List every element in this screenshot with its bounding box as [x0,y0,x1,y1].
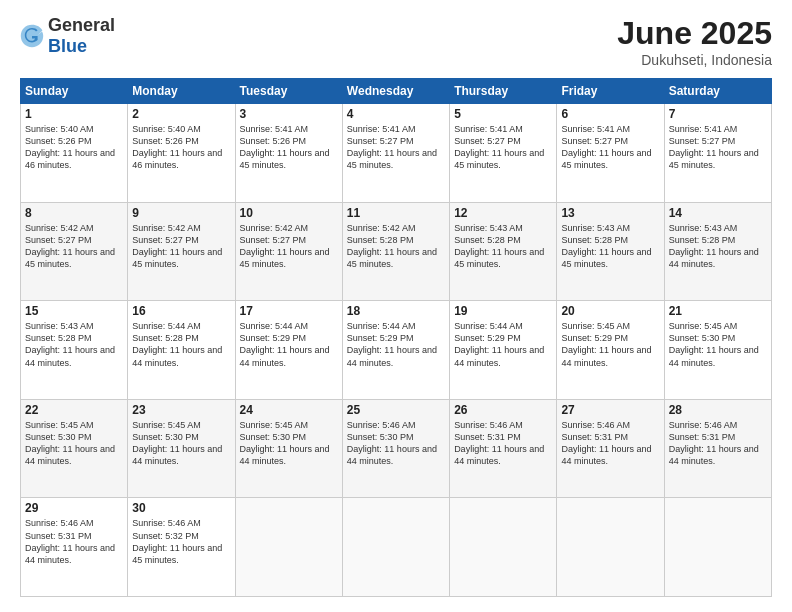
calendar-header-row: Sunday Monday Tuesday Wednesday Thursday… [21,79,772,104]
day-number: 17 [240,304,338,318]
title-section: June 2025 Dukuhseti, Indonesia [617,15,772,68]
calendar-week-row: 22Sunrise: 5:45 AMSunset: 5:30 PMDayligh… [21,399,772,498]
day-number: 4 [347,107,445,121]
cell-content: Sunrise: 5:42 AMSunset: 5:27 PMDaylight:… [240,222,338,271]
day-number: 23 [132,403,230,417]
cell-content: Sunrise: 5:46 AMSunset: 5:31 PMDaylight:… [454,419,552,468]
day-number: 7 [669,107,767,121]
table-row: 16Sunrise: 5:44 AMSunset: 5:28 PMDayligh… [128,301,235,400]
table-row: 11Sunrise: 5:42 AMSunset: 5:28 PMDayligh… [342,202,449,301]
table-row: 10Sunrise: 5:42 AMSunset: 5:27 PMDayligh… [235,202,342,301]
header-monday: Monday [128,79,235,104]
table-row: 25Sunrise: 5:46 AMSunset: 5:30 PMDayligh… [342,399,449,498]
header-sunday: Sunday [21,79,128,104]
day-number: 3 [240,107,338,121]
table-row: 24Sunrise: 5:45 AMSunset: 5:30 PMDayligh… [235,399,342,498]
table-row: 28Sunrise: 5:46 AMSunset: 5:31 PMDayligh… [664,399,771,498]
table-row: 20Sunrise: 5:45 AMSunset: 5:29 PMDayligh… [557,301,664,400]
cell-content: Sunrise: 5:40 AMSunset: 5:26 PMDaylight:… [25,123,123,172]
day-number: 5 [454,107,552,121]
cell-content: Sunrise: 5:43 AMSunset: 5:28 PMDaylight:… [561,222,659,271]
day-number: 29 [25,501,123,515]
header-thursday: Thursday [450,79,557,104]
table-row: 22Sunrise: 5:45 AMSunset: 5:30 PMDayligh… [21,399,128,498]
cell-content: Sunrise: 5:41 AMSunset: 5:27 PMDaylight:… [347,123,445,172]
table-row: 1Sunrise: 5:40 AMSunset: 5:26 PMDaylight… [21,104,128,203]
day-number: 6 [561,107,659,121]
calendar-week-row: 15Sunrise: 5:43 AMSunset: 5:28 PMDayligh… [21,301,772,400]
cell-content: Sunrise: 5:44 AMSunset: 5:28 PMDaylight:… [132,320,230,369]
cell-content: Sunrise: 5:46 AMSunset: 5:30 PMDaylight:… [347,419,445,468]
cell-content: Sunrise: 5:41 AMSunset: 5:26 PMDaylight:… [240,123,338,172]
table-row: 5Sunrise: 5:41 AMSunset: 5:27 PMDaylight… [450,104,557,203]
table-row: 8Sunrise: 5:42 AMSunset: 5:27 PMDaylight… [21,202,128,301]
cell-content: Sunrise: 5:43 AMSunset: 5:28 PMDaylight:… [669,222,767,271]
cell-content: Sunrise: 5:43 AMSunset: 5:28 PMDaylight:… [454,222,552,271]
cell-content: Sunrise: 5:46 AMSunset: 5:31 PMDaylight:… [669,419,767,468]
day-number: 24 [240,403,338,417]
cell-content: Sunrise: 5:44 AMSunset: 5:29 PMDaylight:… [240,320,338,369]
cell-content: Sunrise: 5:41 AMSunset: 5:27 PMDaylight:… [454,123,552,172]
day-number: 2 [132,107,230,121]
table-row: 13Sunrise: 5:43 AMSunset: 5:28 PMDayligh… [557,202,664,301]
table-row: 3Sunrise: 5:41 AMSunset: 5:26 PMDaylight… [235,104,342,203]
header-saturday: Saturday [664,79,771,104]
calendar-week-row: 29Sunrise: 5:46 AMSunset: 5:31 PMDayligh… [21,498,772,597]
table-row: 4Sunrise: 5:41 AMSunset: 5:27 PMDaylight… [342,104,449,203]
cell-content: Sunrise: 5:45 AMSunset: 5:29 PMDaylight:… [561,320,659,369]
calendar-week-row: 8Sunrise: 5:42 AMSunset: 5:27 PMDaylight… [21,202,772,301]
logo: General Blue [20,15,115,57]
table-row: 2Sunrise: 5:40 AMSunset: 5:26 PMDaylight… [128,104,235,203]
day-number: 16 [132,304,230,318]
header-friday: Friday [557,79,664,104]
day-number: 20 [561,304,659,318]
cell-content: Sunrise: 5:45 AMSunset: 5:30 PMDaylight:… [132,419,230,468]
table-row: 12Sunrise: 5:43 AMSunset: 5:28 PMDayligh… [450,202,557,301]
day-number: 13 [561,206,659,220]
table-row: 30Sunrise: 5:46 AMSunset: 5:32 PMDayligh… [128,498,235,597]
day-number: 19 [454,304,552,318]
day-number: 27 [561,403,659,417]
logo-icon [20,24,44,48]
day-number: 8 [25,206,123,220]
day-number: 26 [454,403,552,417]
table-row: 17Sunrise: 5:44 AMSunset: 5:29 PMDayligh… [235,301,342,400]
day-number: 9 [132,206,230,220]
cell-content: Sunrise: 5:45 AMSunset: 5:30 PMDaylight:… [25,419,123,468]
table-row: 7Sunrise: 5:41 AMSunset: 5:27 PMDaylight… [664,104,771,203]
table-row: 29Sunrise: 5:46 AMSunset: 5:31 PMDayligh… [21,498,128,597]
table-row: 27Sunrise: 5:46 AMSunset: 5:31 PMDayligh… [557,399,664,498]
table-row: 26Sunrise: 5:46 AMSunset: 5:31 PMDayligh… [450,399,557,498]
table-row: 18Sunrise: 5:44 AMSunset: 5:29 PMDayligh… [342,301,449,400]
logo-text: General Blue [48,15,115,57]
table-row: 14Sunrise: 5:43 AMSunset: 5:28 PMDayligh… [664,202,771,301]
cell-content: Sunrise: 5:42 AMSunset: 5:27 PMDaylight:… [25,222,123,271]
cell-content: Sunrise: 5:44 AMSunset: 5:29 PMDaylight:… [454,320,552,369]
day-number: 1 [25,107,123,121]
table-row [450,498,557,597]
day-number: 21 [669,304,767,318]
main-title: June 2025 [617,15,772,52]
header-wednesday: Wednesday [342,79,449,104]
table-row [235,498,342,597]
cell-content: Sunrise: 5:46 AMSunset: 5:31 PMDaylight:… [25,517,123,566]
day-number: 30 [132,501,230,515]
day-number: 10 [240,206,338,220]
day-number: 25 [347,403,445,417]
cell-content: Sunrise: 5:40 AMSunset: 5:26 PMDaylight:… [132,123,230,172]
cell-content: Sunrise: 5:44 AMSunset: 5:29 PMDaylight:… [347,320,445,369]
cell-content: Sunrise: 5:41 AMSunset: 5:27 PMDaylight:… [669,123,767,172]
table-row [664,498,771,597]
cell-content: Sunrise: 5:45 AMSunset: 5:30 PMDaylight:… [240,419,338,468]
table-row: 21Sunrise: 5:45 AMSunset: 5:30 PMDayligh… [664,301,771,400]
table-row: 23Sunrise: 5:45 AMSunset: 5:30 PMDayligh… [128,399,235,498]
header-tuesday: Tuesday [235,79,342,104]
top-section: General Blue June 2025 Dukuhseti, Indone… [20,15,772,68]
day-number: 28 [669,403,767,417]
page: General Blue June 2025 Dukuhseti, Indone… [0,0,792,612]
day-number: 18 [347,304,445,318]
table-row [557,498,664,597]
table-row [342,498,449,597]
cell-content: Sunrise: 5:42 AMSunset: 5:28 PMDaylight:… [347,222,445,271]
day-number: 11 [347,206,445,220]
